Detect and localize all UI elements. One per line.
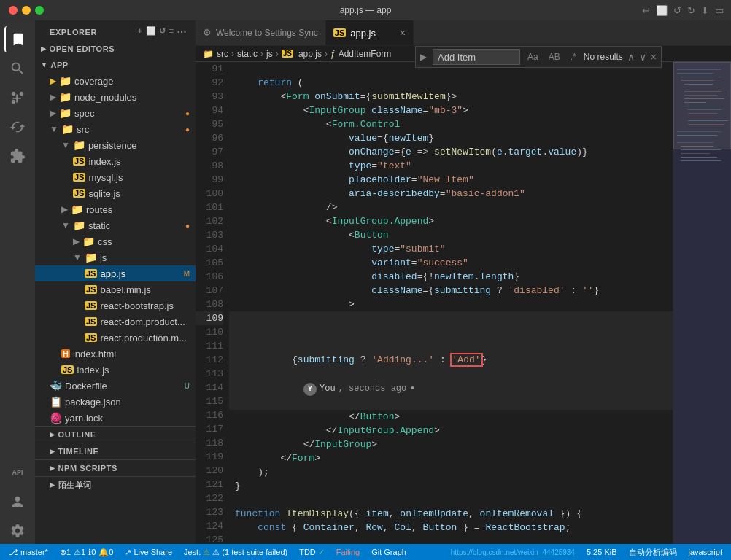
sidebar-item-persistence[interactable]: ▼ 📁 persistence [35, 137, 196, 153]
search-activity-icon[interactable] [4, 55, 31, 82]
encoding-label: 自动分析编码 [629, 547, 677, 558]
sidebar-item-routes[interactable]: ▶ 📁 routes [35, 201, 196, 217]
branch-status[interactable]: ⎇ master* [6, 548, 51, 557]
history-icon[interactable]: ↩ [642, 5, 650, 16]
live-share-status[interactable]: ↗ Live Share [122, 548, 175, 557]
sidebar-item-app-js[interactable]: JS app.js M [35, 265, 196, 281]
css-arrow: ▶ [73, 236, 80, 246]
tab-close-button[interactable]: × [400, 27, 406, 39]
refresh-icon[interactable]: ↺ [673, 5, 681, 16]
jest-status[interactable]: Jest: ⚠ ⚠ (1 test suite failed) [181, 548, 290, 557]
sidebar-item-js-folder[interactable]: ▼ 📁 js [35, 249, 196, 265]
api-activity-icon[interactable]: API [4, 459, 31, 486]
code-editor[interactable]: 91 92 93 94 95 96 97 98 99 100 101 102 1… [196, 62, 731, 544]
case-sensitive-button[interactable]: Aa [525, 50, 541, 63]
line-94: <InputGroup className="mb-3"> [229, 104, 673, 117]
sidebar-item-coverage[interactable]: ▶ 📁 coverage [35, 73, 196, 89]
breadcrumb-appjs[interactable]: JS app.js [282, 49, 322, 59]
code-content[interactable]: return ( <Form onSubmit={submitNewItem}>… [229, 62, 673, 544]
language-status[interactable]: javascript [686, 548, 725, 556]
app-section[interactable]: ▼ APP [35, 57, 196, 73]
open-editors-section[interactable]: ▶ OPEN EDITORS [35, 41, 196, 57]
sidebar-item-react-bootstrap[interactable]: JS react-bootstrap.js [35, 298, 196, 314]
window-controls[interactable] [9, 6, 44, 15]
outline-arrow: ▶ [50, 431, 55, 438]
sidebar-item-css[interactable]: ▶ 📁 css [35, 233, 196, 249]
layout-icon[interactable]: ⬜ [656, 5, 668, 16]
sidebar-header-icons[interactable]: + ⬜ ↺ ≡ ··· [138, 26, 187, 38]
errors-status[interactable]: ⊗ 1 ⚠ 1 ℹ 0 🔔 0 [57, 548, 117, 557]
breadcrumb-js[interactable]: js [266, 49, 273, 59]
git-graph-status[interactable]: Git Graph [368, 548, 409, 556]
sidebar-item-dockerfile[interactable]: 🐳 Dockerfile U [35, 378, 196, 394]
sidebar-item-index-html[interactable]: H index.html [35, 346, 196, 362]
sidebar-item-src[interactable]: ▼ 📁 src ● [35, 121, 196, 137]
breadcrumb-static[interactable]: static [237, 49, 258, 59]
folder-icon-coverage: 📁 [59, 75, 71, 87]
word-bank-header[interactable]: ▶ 陌生单词 [35, 477, 196, 493]
account-activity-icon[interactable] [4, 489, 31, 515]
panel-icon[interactable]: ▭ [715, 5, 724, 16]
whole-word-button[interactable]: AB [546, 50, 563, 63]
sidebar-item-yarn-lock[interactable]: 🧶 yarn.lock [35, 410, 196, 426]
error-icon: ⊗ [60, 548, 66, 557]
download-icon[interactable]: ⬇ [701, 5, 709, 16]
search-input[interactable] [433, 49, 520, 65]
tdd-status[interactable]: TDD ✓ [296, 548, 328, 557]
npm-header[interactable]: ▶ NPM SCRIPTS [35, 460, 196, 476]
sidebar-item-mysql[interactable]: JS mysql.js [35, 169, 196, 185]
search-prev-button[interactable]: ∧ [627, 51, 635, 63]
settings-tab-icon: ⚙ [203, 27, 212, 38]
outline-header[interactable]: ▶ OUTLINE [35, 427, 196, 443]
minimize-button[interactable] [22, 6, 31, 15]
url-status[interactable]: https://blog.csdn.net/weixin_44425934 [448, 548, 578, 556]
node-modules-label: node_modules [74, 92, 136, 103]
search-close-button[interactable]: × [651, 51, 657, 63]
sidebar-item-babel[interactable]: JS babel.min.js [35, 281, 196, 298]
tab-app-js[interactable]: JS app.js × [326, 20, 414, 45]
breadcrumb-func[interactable]: ƒ AddItemForm [330, 49, 391, 59]
line-102: <InputGroup.Append> [229, 214, 673, 228]
tab-settings[interactable]: ⚙ Welcome to Settings Sync [196, 20, 326, 45]
settings-activity-icon[interactable] [4, 518, 31, 544]
line-97: onChange={e => setNewItem(e.target.value… [229, 145, 673, 159]
search-expand-icon[interactable]: ▶ [420, 52, 427, 62]
debug-activity-icon[interactable] [4, 114, 31, 140]
title-bar-actions[interactable]: ↩ ⬜ ↺ ↻ ⬇ ▭ [642, 5, 724, 16]
explorer-activity-icon[interactable] [4, 26, 31, 52]
close-button[interactable] [9, 6, 18, 15]
line-119 [229, 534, 673, 544]
sidebar-item-index-js-p[interactable]: JS index.js [35, 153, 196, 169]
sidebar-item-index-js[interactable]: JS index.js [35, 362, 196, 378]
git-activity-icon[interactable] [4, 85, 31, 111]
package-json-label: package.json [65, 397, 121, 408]
sidebar-item-react-prod[interactable]: JS react.production.m... [35, 330, 196, 346]
collapse-all-icon[interactable]: ≡ [169, 26, 174, 38]
timeline-header[interactable]: ▶ TIMELINE [35, 443, 196, 459]
outline-section: ▶ OUTLINE [35, 426, 196, 443]
live-share-label: Live Share [134, 548, 172, 556]
breadcrumb-src[interactable]: 📁 src [203, 49, 228, 59]
forward-icon[interactable]: ↻ [687, 5, 695, 16]
sidebar-item-static[interactable]: ▼ 📁 static ● [35, 217, 196, 233]
encoding-status[interactable]: 自动分析编码 [626, 547, 680, 558]
more-icon[interactable]: ··· [177, 26, 187, 38]
new-file-icon[interactable]: + [138, 26, 143, 38]
sidebar-content: ▶ OPEN EDITORS ▼ APP ▶ 📁 coverage ▶ 📁 no… [35, 41, 196, 544]
extensions-activity-icon[interactable] [4, 143, 31, 169]
sidebar-item-spec[interactable]: ▶ 📁 spec ● [35, 105, 196, 121]
svg-rect-26 [681, 160, 721, 161]
sidebar-item-node-modules[interactable]: ▶ 📁 node_modules [35, 89, 196, 105]
refresh-icon[interactable]: ↺ [159, 26, 166, 38]
sidebar-item-package-json[interactable]: 📋 package.json [35, 394, 196, 410]
sidebar-item-sqlite[interactable]: JS sqlite.js [35, 185, 196, 201]
sidebar-item-react-dom[interactable]: JS react-dom.product... [35, 314, 196, 330]
maximize-button[interactable] [35, 6, 44, 15]
new-folder-icon[interactable]: ⬜ [146, 26, 157, 38]
sidebar-title: Explorer [50, 28, 97, 36]
failing-status[interactable]: Failing [333, 548, 363, 556]
regex-button[interactable]: .* [568, 50, 579, 63]
app-js-badge: M [184, 270, 190, 278]
file-size-status[interactable]: 5.25 KiB [584, 548, 620, 556]
search-next-button[interactable]: ∨ [639, 51, 646, 63]
